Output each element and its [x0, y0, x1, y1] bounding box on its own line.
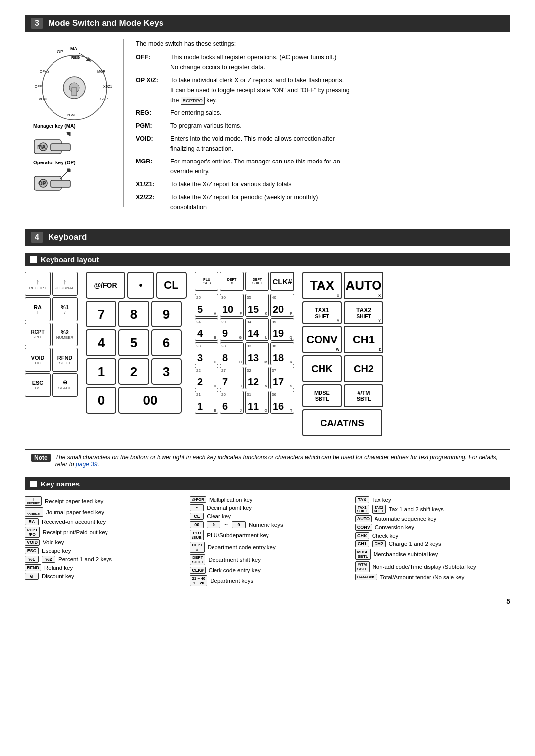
- rcptpo-sub: /PO: [34, 335, 41, 339]
- kn-dept-range-key: 21 ~ 40 1 ~ 20: [190, 575, 207, 586]
- key-5[interactable]: 5: [118, 329, 149, 356]
- kn-dept-keys: 21 ~ 40 1 ~ 20 Department keys: [190, 575, 345, 586]
- journal-arrow-icon: ↑: [63, 278, 67, 286]
- dept-key-36-16[interactable]: 36 16 T: [270, 391, 294, 414]
- mode-desc-off: This mode locks all register operations.…: [170, 53, 510, 72]
- dept-key-24-4[interactable]: 24 4 B: [195, 318, 218, 341]
- mode-desc-pgm: To program various items.: [170, 121, 510, 131]
- key-ch2[interactable]: CH2: [344, 355, 383, 382]
- key-dept-num[interactable]: DEPT #: [220, 272, 244, 291]
- key-rcpt-po[interactable]: RCPT /PO –: [25, 323, 51, 346]
- chk-ch2-row: CHK CH2: [302, 355, 383, 382]
- key-00[interactable]: 00: [118, 387, 182, 414]
- dept-key-26-6[interactable]: 26 6 J: [220, 391, 244, 414]
- key-tm-sbtl[interactable]: #/TM SBTL: [344, 384, 383, 407]
- kn-cl-key: CL: [190, 513, 204, 520]
- key-chk[interactable]: CHK: [302, 355, 342, 382]
- dept-key-32-12[interactable]: 32 12 N: [245, 367, 269, 389]
- key-auto[interactable]: AUTO X: [344, 272, 383, 299]
- key-tax2-shift[interactable]: TAX2 SHIFT Y: [344, 301, 383, 324]
- key-ch1[interactable]: CH1 Z: [344, 326, 383, 353]
- key-at-for[interactable]: @/FOR: [86, 272, 125, 299]
- dept-key-37-17[interactable]: 37 17 S: [270, 367, 294, 389]
- dot-label: •: [139, 280, 142, 291]
- dept-key-34-14[interactable]: 34 14 L: [245, 318, 269, 341]
- keyboard-subsection-square: [30, 256, 37, 263]
- kn-caatns-desc: Total/Amount tender /No sale key: [380, 574, 464, 580]
- mode-row-x1z1: X1/Z1: To take the X/Z report for variou…: [136, 179, 510, 189]
- key-2[interactable]: 2: [118, 358, 149, 385]
- key-caatns[interactable]: CA/AT/NS: [302, 409, 382, 436]
- key-rfnd[interactable]: RFND SHIFT: [52, 348, 78, 372]
- kn-numeric: 00 0 ~ 9 Numeric keys: [190, 521, 345, 528]
- key-void[interactable]: VOID DC: [25, 348, 51, 372]
- svg-text:PGM: PGM: [67, 113, 75, 117]
- dept-key-38-18[interactable]: 38 18 R: [270, 342, 294, 365]
- key-plu-sub[interactable]: PLU /SUB: [195, 272, 218, 291]
- esc-label: ESC: [32, 380, 44, 386]
- key-pct1[interactable]: %1 /: [52, 297, 78, 321]
- key-clk[interactable]: CLK#: [270, 272, 294, 291]
- kn-receipt: ↑ RECEIPT Receipt paper feed key: [25, 496, 180, 506]
- dept-key-27-7[interactable]: 27 7 I: [220, 367, 244, 389]
- dept-key-23-3[interactable]: 23 3 C: [195, 342, 218, 365]
- tax1-corner: V: [337, 319, 339, 322]
- key-3[interactable]: 3: [151, 358, 182, 385]
- key-receipt[interactable]: ↑ RECEIPT: [25, 272, 51, 296]
- auto-corner: X: [378, 294, 381, 297]
- key-esc[interactable]: ESC BS: [25, 373, 51, 397]
- dept-key-29-9[interactable]: 29 9 G: [220, 318, 244, 341]
- discount-sub: SPACE: [58, 386, 72, 390]
- kn-pct2-key: %2: [42, 556, 55, 563]
- key-mdse-sbtl[interactable]: MDSE SBTL: [302, 384, 342, 407]
- kn-auto: AUTO Automatic sequence key: [355, 515, 510, 522]
- esc-sub: BS: [35, 386, 41, 390]
- note-box: Note The small characters on the bottom …: [25, 449, 510, 472]
- key-7[interactable]: 7: [86, 301, 116, 327]
- key-8[interactable]: 8: [118, 301, 149, 327]
- operator-key-icon: OP: [33, 166, 73, 194]
- key-dept-shift[interactable]: DEPT SHIFT: [245, 272, 269, 291]
- keyboard-subsection-label: Keyboard layout: [41, 255, 99, 264]
- dept-key-40-20[interactable]: 40 20 P: [270, 294, 294, 317]
- dept-key-28-8[interactable]: 28 8 H: [220, 342, 244, 365]
- key-dot[interactable]: •: [127, 272, 154, 299]
- dept-key-39-19[interactable]: 39 19 Q: [270, 318, 294, 341]
- ra-sub: I: [37, 310, 38, 315]
- key-tax[interactable]: TAX U: [302, 272, 342, 299]
- key-1[interactable]: 1: [86, 358, 116, 385]
- dept-key-35-15[interactable]: 35 15 K: [245, 294, 269, 317]
- dept-key-25-5[interactable]: 25 5 A: [195, 294, 218, 317]
- key-9[interactable]: 9: [151, 301, 182, 327]
- key-tax1-shift[interactable]: TAX1 SHIFT V: [302, 301, 342, 324]
- dept-headers: PLU /SUB DEPT # DEPT SHIFT CLK#: [195, 272, 294, 291]
- key-journal[interactable]: ↑ JOURNAL: [52, 272, 78, 296]
- operator-key-label: Operator key (OP): [33, 160, 115, 165]
- key-4[interactable]: 4: [86, 329, 116, 356]
- dept-key-31-11[interactable]: 31 11 O: [245, 391, 269, 414]
- dept-key-30-10[interactable]: 30 10 F: [220, 294, 244, 317]
- svg-text:X2/Z2: X2/Z2: [99, 97, 108, 101]
- kn-tax-key: TAX: [355, 496, 369, 503]
- kn-esc-key: ESC: [25, 547, 39, 554]
- dept-key-22-2[interactable]: 22 2 D: [195, 367, 218, 389]
- kn-dept-keys-desc: Department keys: [210, 578, 253, 584]
- kn-cl: CL Clear key: [190, 513, 345, 520]
- mode-key-off: OFF:: [136, 53, 170, 72]
- key-names-square: [30, 481, 37, 487]
- key-conv[interactable]: CONV W: [302, 326, 342, 353]
- kn-atfor-desc: Multiplication key: [209, 497, 253, 503]
- key-discount[interactable]: ⊖ SPACE: [52, 373, 78, 397]
- svg-text:REG: REG: [71, 55, 80, 60]
- key-6[interactable]: 6: [151, 329, 182, 356]
- key-ra[interactable]: RA I: [25, 297, 51, 321]
- kn-clk-key: CLK#: [190, 567, 206, 574]
- kn-tax12shift-desc: Tax 1 and 2 shift keys: [389, 506, 444, 512]
- dept-key-21-1[interactable]: 21 1 E: [195, 391, 218, 414]
- key-cl[interactable]: CL: [156, 272, 187, 299]
- key-pct2[interactable]: %2 NUMBER: [52, 323, 78, 346]
- dept-key-33-13[interactable]: 33 13 M: [245, 342, 269, 365]
- key-0[interactable]: 0: [86, 387, 116, 414]
- kn-esc: ESC Escape key: [25, 547, 180, 554]
- conv-ch1-row: CONV W CH1 Z: [302, 326, 383, 353]
